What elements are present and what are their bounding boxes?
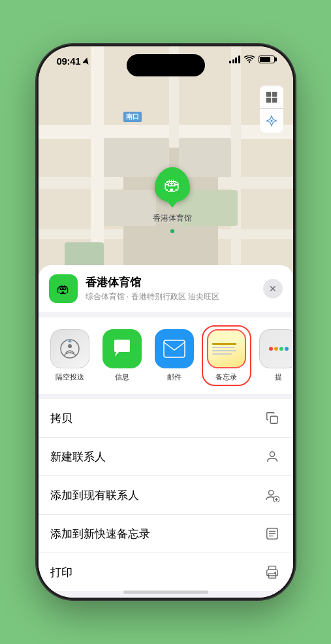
mail-icon [155,329,194,368]
share-app-more[interactable]: 提 [255,329,293,382]
phone-frame: 09:41 [39,46,293,598]
notes-icon [207,329,246,368]
location-button[interactable] [260,109,283,133]
airdrop-icon [50,329,89,368]
status-icons [229,56,275,63]
add-existing-label: 添加到现有联系人 [50,488,139,503]
person-icon [263,447,281,466]
share-app-mail[interactable]: 邮件 [151,329,198,382]
svg-point-16 [274,572,276,574]
battery-icon [259,56,275,63]
wifi-icon [244,56,255,63]
svg-point-6 [68,344,72,348]
svg-rect-8 [270,416,277,423]
copy-icon [263,409,281,427]
location-name: 香港体育馆 [86,275,255,290]
mail-label: 邮件 [167,372,181,382]
map-district-label: 南口 [123,112,142,122]
action-add-existing[interactable]: 添加到现有联系人 [39,476,293,515]
bottom-sheet: 🏟 香港体育馆 综合体育馆 · 香港特别行政区 油尖旺区 ✕ [39,265,293,598]
svg-rect-3 [272,97,277,103]
share-app-messages[interactable]: 信息 [99,329,146,382]
stadium-icon: 🏟 [164,175,181,195]
svg-point-10 [268,491,273,495]
location-card: 🏟 香港体育馆 综合体育馆 · 香港特别行政区 油尖旺区 ✕ [39,265,293,312]
dynamic-island [127,54,205,76]
notes-label: 备忘录 [215,372,237,382]
location-info: 香港体育馆 综合体育馆 · 香港特别行政区 油尖旺区 [86,275,255,302]
messages-label: 信息 [115,372,129,382]
share-app-airdrop[interactable]: 隔空投送 [46,329,93,382]
share-app-notes[interactable]: 备忘录 [203,327,250,385]
action-list: 拷贝 新建联系人 [39,399,293,591]
status-time: 09:41 [57,56,81,67]
svg-rect-0 [266,91,271,97]
map-view-button[interactable] [260,86,283,109]
printer-icon [263,563,281,581]
action-copy[interactable]: 拷贝 [39,399,293,438]
marker-label: 香港体育馆 [153,213,192,224]
svg-rect-1 [272,91,277,97]
add-notes-label: 添加到新快速备忘录 [50,526,150,541]
person-add-icon [263,486,281,504]
svg-rect-7 [164,340,185,357]
print-label: 打印 [50,565,72,580]
airdrop-label: 隔空投送 [55,372,84,382]
signal-bars-icon [229,56,240,63]
svg-rect-13 [268,566,276,570]
close-icon: ✕ [269,283,277,294]
location-marker: 🏟 香港体育馆 [153,167,192,224]
location-logo: 🏟 [49,274,78,303]
location-arrow-icon [83,57,89,65]
location-desc: 综合体育馆 · 香港特别行政区 油尖旺区 [86,291,255,302]
svg-rect-2 [266,97,271,103]
copy-label: 拷贝 [50,411,72,426]
share-row: 隔空投送 信息 邮件 [39,317,293,394]
note-icon [263,524,281,543]
messages-icon [102,329,142,368]
marker-pin: 🏟 [155,167,190,202]
svg-point-9 [270,452,274,457]
action-new-contact[interactable]: 新建联系人 [39,438,293,476]
action-print[interactable]: 打印 [39,553,293,591]
more-icon [259,329,293,368]
new-contact-label: 新建联系人 [50,449,106,464]
close-button[interactable]: ✕ [263,279,283,298]
more-label: 提 [275,372,282,382]
map-controls [260,86,283,133]
home-indicator [123,590,208,594]
action-add-notes[interactable]: 添加到新快速备忘录 [39,515,293,553]
svg-point-4 [270,120,272,122]
